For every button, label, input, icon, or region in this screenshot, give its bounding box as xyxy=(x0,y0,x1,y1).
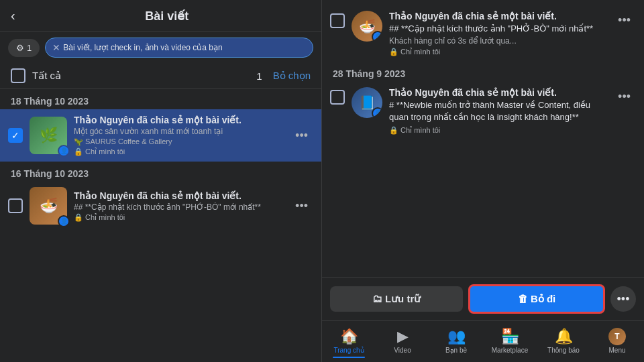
right-post-item-1[interactable]: 🍜 👤 Thảo Nguyên đã chia sẻ một bài viết.… xyxy=(322,5,644,62)
filter-icon: ⚙ xyxy=(16,43,24,53)
post-author-avatar-1: 👤 xyxy=(58,145,70,157)
select-all-label: Tất cả xyxy=(32,70,256,82)
friends-icon: 👥 xyxy=(447,328,466,345)
action-bar: 🗂 Lưu trữ 🗑 Bỏ đi ••• xyxy=(322,277,644,320)
right-post-more-1[interactable]: ••• xyxy=(612,11,636,30)
post-preview-1: Một góc sân vườn xanh mát mới toanh tại xyxy=(74,127,290,136)
date-group-oct16: 16 Tháng 10 2023 xyxy=(0,162,321,182)
nav-marketplace-label: Marketplace xyxy=(492,347,528,354)
post-checkbox-2[interactable] xyxy=(8,198,23,213)
right-avatar-badge-1: 👤 xyxy=(372,31,382,42)
right-post-sub-1: Khách hàng chỉ có 3s để lướt qua... xyxy=(389,36,606,46)
right-post-author-2: Thảo Nguyên đã chia sẻ một bài viết. xyxy=(389,87,606,98)
right-post-text-1: ## **Cập nhật kích thước ảnh "PHỞ-BÒ" mớ… xyxy=(389,23,606,35)
right-panel: 🍜 👤 Thảo Nguyên đã chia sẻ một bài viết.… xyxy=(322,0,644,362)
video-icon: ▶ xyxy=(397,328,409,345)
nav-home-label: Trang chủ xyxy=(333,347,364,354)
nav-friends-label: Bạn bè xyxy=(445,347,467,354)
page-title: Bài viết xyxy=(23,9,311,23)
post-info-1: Thảo Nguyên đã chia sẻ một bài viết. Một… xyxy=(74,115,290,156)
post-more-1[interactable]: ••• xyxy=(290,126,313,145)
nav-video-label: Video xyxy=(394,347,411,354)
select-bar: Tất cả 1 Bỏ chọn xyxy=(0,63,321,89)
filter-number: 1 xyxy=(27,43,32,53)
back-button[interactable]: ‹ xyxy=(11,8,15,23)
date-group-sep28: 28 Tháng 9 2023 xyxy=(322,62,644,82)
nav-notifications-label: Thông báo xyxy=(547,347,580,354)
post-info-2: Thảo Nguyên đã chia sẻ một bài viết. ## … xyxy=(74,190,290,222)
action-more-button[interactable]: ••• xyxy=(610,286,636,312)
right-post-info-1: Thảo Nguyên đã chia sẻ một bài viết. ## … xyxy=(389,11,606,56)
left-header: ‹ Bài viết xyxy=(0,0,321,32)
marketplace-icon: 🏪 xyxy=(501,328,519,345)
filter-tag-label: Bài viết, lượt check in, ảnh và video củ… xyxy=(63,43,222,52)
nav-home-indicator xyxy=(333,357,365,358)
right-post-privacy-1: 🔒 Chỉ mình tôi xyxy=(389,48,606,56)
close-filter-icon[interactable]: ✕ xyxy=(52,42,60,53)
filter-button[interactable]: ⚙ 1 xyxy=(8,39,40,57)
post-privacy-2: 🔒 Chỉ mình tôi xyxy=(74,213,290,222)
post-author-1: Thảo Nguyên đã chia sẻ một bài viết. xyxy=(74,115,290,125)
right-post-author-1: Thảo Nguyên đã chia sẻ một bài viết. xyxy=(389,11,606,21)
post-location-1: 🦖 SAURUS Coffee & Gallery xyxy=(74,137,290,146)
right-checkbox-1[interactable] xyxy=(330,13,345,28)
right-avatar-2: 📘 👤 xyxy=(352,87,382,118)
post-preview-2: ## **Cập nhật kích thước ảnh "PHỞ-BÒ" mớ… xyxy=(74,202,290,212)
left-panel: ‹ Bài viết ⚙ 1 ✕ Bài viết, lượt check in… xyxy=(0,0,322,362)
deselect-button[interactable]: Bỏ chọn xyxy=(273,70,311,82)
home-icon: 🏠 xyxy=(340,328,358,345)
nav-menu[interactable]: T Menu xyxy=(590,325,644,361)
right-posts-scroll: 🍜 👤 Thảo Nguyên đã chia sẻ một bài viết.… xyxy=(322,0,644,277)
posts-scroll: 18 Tháng 10 2023 ✓ 🌿 👤 Thảo Nguyên đã ch… xyxy=(0,89,321,362)
right-post-more-2[interactable]: ••• xyxy=(612,87,636,107)
selected-count: 1 xyxy=(256,70,262,82)
post-checkbox-1[interactable]: ✓ xyxy=(8,128,23,143)
right-post-item-2[interactable]: 📘 👤 Thảo Nguyên đã chia sẻ một bài viết.… xyxy=(322,82,644,139)
right-checkbox-2[interactable] xyxy=(330,90,345,105)
right-avatar-1: 🍜 👤 xyxy=(352,11,382,42)
post-item-1[interactable]: ✓ 🌿 👤 Thảo Nguyên đã chia sẻ một bài viế… xyxy=(0,109,321,162)
nav-home[interactable]: 🏠 Trang chủ xyxy=(322,325,376,361)
filter-bar: ⚙ 1 ✕ Bài viết, lượt check in, ảnh và vi… xyxy=(0,32,321,63)
post-author-avatar-2: 👤 xyxy=(58,215,70,227)
date-group-oct18: 18 Tháng 10 2023 xyxy=(0,89,321,109)
select-all-checkbox[interactable] xyxy=(11,68,25,83)
post-more-2[interactable]: ••• xyxy=(290,196,313,216)
right-post-text-2: # **Newbie muốn trở thành Master về Cont… xyxy=(389,99,606,123)
post-author-2: Thảo Nguyên đã chia sẻ một bài viết. xyxy=(74,190,290,201)
right-post-privacy-2: 🔒 Chỉ mình tôi xyxy=(389,126,606,135)
nav-marketplace[interactable]: 🏪 Marketplace xyxy=(483,325,537,361)
filter-tag[interactable]: ✕ Bài viết, lượt check in, ảnh và video … xyxy=(45,38,313,58)
right-avatar-badge-2: 👤 xyxy=(372,107,382,118)
right-post-info-2: Thảo Nguyên đã chia sẻ một bài viết. # *… xyxy=(389,87,606,134)
archive-button[interactable]: 🗂 Lưu trữ xyxy=(330,286,463,312)
nav-menu-label: Menu xyxy=(608,347,625,354)
menu-avatar: T xyxy=(608,328,626,345)
delete-button[interactable]: 🗑 Bỏ đi xyxy=(468,284,605,314)
nav-notifications[interactable]: 🔔 Thông báo xyxy=(537,325,590,361)
post-item-2[interactable]: 🍜 👤 Thảo Nguyên đã chia sẻ một bài viết.… xyxy=(0,182,321,230)
post-privacy-1: 🔒 Chỉ mình tôi xyxy=(74,147,290,156)
bottom-nav: 🏠 Trang chủ ▶ Video 👥 Bạn bè 🏪 Marketpla… xyxy=(322,320,644,362)
notifications-icon: 🔔 xyxy=(555,328,573,345)
nav-friends[interactable]: 👥 Bạn bè xyxy=(429,325,483,361)
nav-video[interactable]: ▶ Video xyxy=(376,325,429,361)
